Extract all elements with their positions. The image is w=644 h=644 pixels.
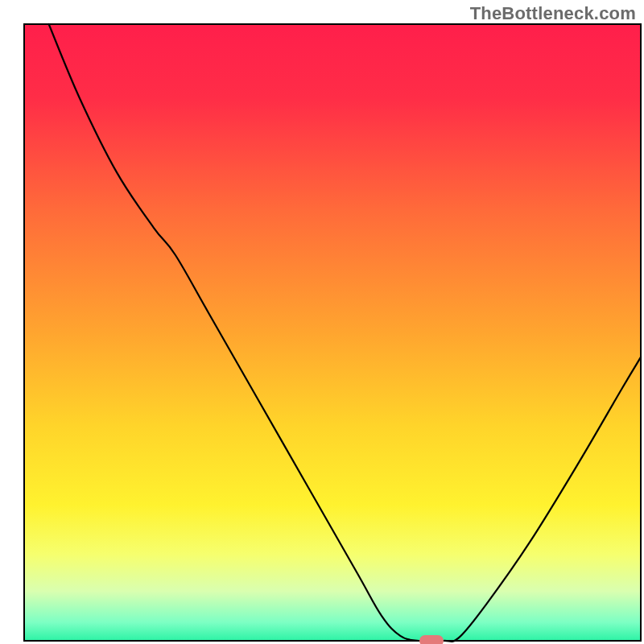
watermark-text: TheBottleneck.com [470, 3, 636, 24]
chart-root: TheBottleneck.com [0, 0, 644, 644]
chart-background [24, 24, 641, 641]
bottleneck-chart [0, 0, 644, 644]
optimal-marker [419, 635, 444, 644]
